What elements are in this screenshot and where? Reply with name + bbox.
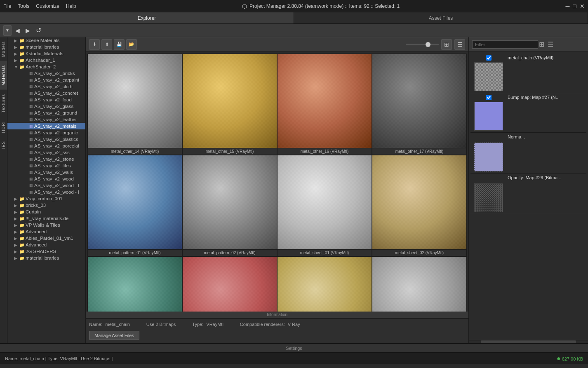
sidebar-item-kstudio[interactable]: ▶📁Kstudio_Materials — [7, 50, 85, 57]
side-tab-materials[interactable]: Materials — [0, 61, 7, 90]
sidebar-item-scene-materials[interactable]: ▶📁Scene Materials — [7, 37, 85, 44]
sidebar-item-plastics[interactable]: ▦AS_vray_v2_plastics — [7, 136, 85, 143]
material-thumb-8 — [88, 257, 182, 312]
sidebar-item-vp-walls[interactable]: ▶📁VP Walls & Tiles — [7, 222, 85, 228]
size-slider-thumb[interactable] — [426, 42, 430, 47]
sidebar-item-archshader2[interactable]: ▼📁ArchShader_2 — [7, 63, 85, 70]
menu-tools[interactable]: Tools — [18, 3, 29, 9]
tab-explorer[interactable]: Explorer — [0, 12, 294, 23]
list-view-button[interactable]: ☰ — [454, 39, 465, 50]
sidebar-item-glass[interactable]: ▦AS_vray_v2_glass — [7, 103, 85, 110]
sidebar-item-concret[interactable]: ▦AS_vray_v2_concret — [7, 90, 85, 96]
sidebar-item-advanced1[interactable]: ▶📁Advanced — [7, 228, 85, 235]
close-button[interactable]: ✕ — [580, 3, 585, 9]
sidebar-item-leather[interactable]: ▦AS_vray_v2_leather — [7, 116, 85, 123]
info-compat: Compatible renderers: V-Ray — [240, 322, 300, 327]
size-slider[interactable] — [406, 44, 439, 45]
pm-icon: ⬡ — [242, 3, 247, 9]
sidebar-item-ground[interactable]: ▦AS_vray_v2_ground — [7, 110, 85, 116]
sidebar-item-sss[interactable]: ▦AS_vray_v2_sss — [7, 149, 85, 156]
grid-icon[interactable]: ⊞ — [538, 40, 545, 49]
nav-back-button[interactable]: ◀ — [13, 26, 22, 35]
sidebar-item-materiallibs2[interactable]: ▶📁materiallibraries — [7, 255, 85, 261]
menu-help[interactable]: Help — [66, 3, 76, 9]
material-cell-10[interactable]: metal_wire_03 (VRayMtl) — [277, 256, 372, 312]
asset-name-0: metal_chain (VRayMtl) — [508, 55, 585, 60]
nav-refresh-button[interactable]: ↺ — [34, 26, 43, 35]
menu-bar: File Tools Customize Help — [3, 3, 76, 9]
asset-thumb-3 — [474, 183, 503, 212]
asset-checkbox-0[interactable] — [486, 55, 492, 61]
info-name-value: metal_chain — [105, 322, 129, 327]
menu-customize[interactable]: Customize — [36, 3, 59, 9]
material-cell-4[interactable]: metal_pattern_01 (VRayMtl) — [87, 155, 182, 256]
asset-checkbox-1[interactable] — [486, 95, 492, 100]
material-cell-1[interactable]: metal_other_15 (VRayMtl) — [182, 54, 277, 155]
sidebar-item-2g-shaders[interactable]: ▶📁2G SHADERS — [7, 248, 85, 255]
sidebar-item-metals[interactable]: ▦AS_vray_v2_metals — [7, 123, 85, 129]
filter-input[interactable] — [472, 40, 538, 49]
asset-item-1[interactable]: Bump map: Map #27 (N... — [470, 93, 586, 133]
material-cell-6[interactable]: metal_sheet_01 (VRayMtl) — [277, 155, 372, 256]
list-icon[interactable]: ☰ — [547, 40, 554, 49]
sidebar-item-advanced2[interactable]: ▶📁Advanced — [7, 241, 85, 248]
sidebar-item-wood2[interactable]: ▦AS_vray_v2_wood - l — [7, 182, 85, 189]
sidebar-item-vray-curtain[interactable]: ▶📁Vray_curtain_001 — [7, 195, 85, 202]
material-cell-11[interactable]: metal_wire_04 (VRayMtl) — [372, 256, 467, 312]
sidebar-item-materiallibraries[interactable]: ▶📁materiallibraries — [7, 44, 85, 50]
sidebar-item-carpaint[interactable]: ▦AS_vray_v2_carpaint — [7, 77, 85, 83]
material-cell-2[interactable]: metal_other_16 (VRayMtl) — [277, 54, 372, 155]
material-grid: metal_other_14 (VRayMtl) metal_other_15 … — [86, 52, 468, 312]
sidebar-item-vray-mats[interactable]: ▶📁!!!_vray-materials.de — [7, 215, 85, 222]
sidebar-item-wood3[interactable]: ▦AS_vray_v2_wood - l — [7, 189, 85, 195]
material-cell-3[interactable]: metal_other_17 (VRayMtl) — [372, 54, 467, 155]
side-tab-hdri[interactable]: HDRI — [0, 117, 7, 137]
side-tab-ies[interactable]: IES — [0, 137, 7, 153]
save-button[interactable]: 💾 — [114, 39, 125, 50]
material-label-3: metal_other_17 (VRayMtl) — [372, 148, 466, 155]
sidebar-item-cloth[interactable]: ▦AS_vray_v2_cloth — [7, 83, 85, 90]
nav-dropdown-button[interactable]: ▼ — [3, 25, 12, 36]
maximize-button[interactable]: □ — [573, 3, 576, 9]
material-cell-5[interactable]: metal_pattern_02 (VRayMtl) — [182, 155, 277, 256]
asset-item-2[interactable]: Norma... — [470, 133, 586, 173]
asset-item-3[interactable]: Opacity: Map #26 (Bitma... — [470, 173, 586, 214]
sidebar-item-walls[interactable]: ▦AS_vray_v2_walls — [7, 169, 85, 176]
settings-label: Settings — [286, 346, 302, 351]
info-name-label: Name: — [89, 322, 102, 327]
manage-asset-files-button[interactable]: Manage Asset Files — [89, 331, 139, 340]
sidebar-item-archshader1[interactable]: ▶📁Archshader_1 — [7, 57, 85, 63]
sidebar-item-curtain[interactable]: ▶📁Curtain — [7, 209, 85, 215]
sidebar-item-abies[interactable]: ▶📁Abies_Pardei_01_vm1 — [7, 235, 85, 241]
import-button[interactable]: ⬇ — [89, 39, 100, 50]
side-tab-textures[interactable]: Textures — [0, 90, 7, 117]
sidebar-item-food[interactable]: ▦AS_vray_v2_food — [7, 96, 85, 103]
sidebar-item-bricks03[interactable]: ▶📁bricks_03 — [7, 202, 85, 209]
grid-toolbar: ⬇ ⬆ 💾 📂 ⊞ ☰ — [86, 37, 468, 52]
asset-item-0[interactable]: metal_chain (VRayMtl) — [470, 54, 586, 93]
export-button[interactable]: ⬆ — [101, 39, 112, 50]
tab-asset-files[interactable]: Asset Files — [294, 12, 588, 23]
side-tab-models[interactable]: Models — [0, 37, 7, 61]
load-button[interactable]: 📂 — [126, 39, 137, 50]
right-panel-tools: ⊞ ☰ — [538, 40, 554, 49]
sidebar-item-bricks[interactable]: ▦AS_vray_v2_bricks — [7, 70, 85, 77]
material-cell-8[interactable]: metal_wire_01 (VRayMtl) — [87, 256, 182, 312]
info-type-value: VRayMtl — [206, 322, 223, 327]
minimize-button[interactable]: ─ — [566, 3, 570, 9]
material-cell-7[interactable]: metal_sheet_02 (VRayMtl) — [372, 155, 467, 256]
sidebar-item-organic[interactable]: ▦AS_vray_v2_organic — [7, 129, 85, 136]
grid-view-button[interactable]: ⊞ — [441, 39, 452, 50]
info-name: Name: metal_chain — [89, 322, 130, 327]
material-cell-9[interactable]: metal_wire_02 (VRayMtl) — [182, 256, 277, 312]
sidebar-item-tiles[interactable]: ▦AS_vray_v2_tiles — [7, 162, 85, 169]
sidebar-item-wood[interactable]: ▦AS_vray_v2_wood — [7, 176, 85, 182]
material-thumb-3 — [372, 54, 466, 148]
nav-forward-button[interactable]: ▶ — [24, 26, 32, 35]
material-cell-0[interactable]: metal_other_14 (VRayMtl) — [87, 54, 182, 155]
menu-file[interactable]: File — [3, 3, 11, 9]
sidebar-item-stone[interactable]: ▦AS_vray_v2_stone — [7, 156, 85, 162]
side-tabs: Models Materials Textures HDRI IES — [0, 37, 7, 343]
right-panel: ⊞ ☰ metal_chain (VRayMtl) — [468, 37, 588, 343]
sidebar-item-porcelai[interactable]: ▦AS_vray_v2_porcelai — [7, 143, 85, 149]
